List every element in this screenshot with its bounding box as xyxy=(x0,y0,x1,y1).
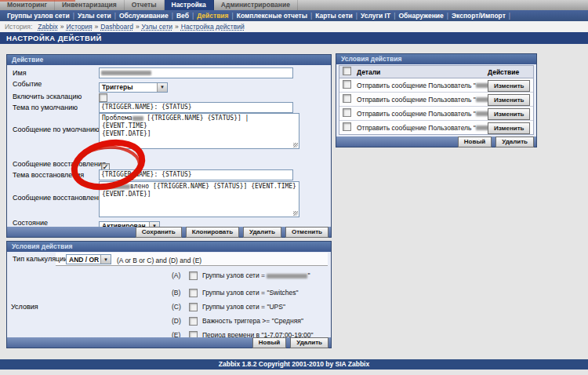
default-message-textarea[interactable]: Проблема [{TRIGGER.NAME} {STATUS}] | {EV… xyxy=(99,113,299,149)
breadcrumb-link-zabbix[interactable]: Zabbix xyxy=(38,23,58,31)
redacted-text xyxy=(102,184,130,189)
breadcrumb-link-history[interactable]: История xyxy=(67,23,93,31)
redacted-user xyxy=(476,126,488,130)
redacted-user xyxy=(476,83,488,88)
condition-letter: (A) xyxy=(172,271,184,279)
conditions-group-label: Условия xyxy=(11,303,38,311)
recovery-message-textarea[interactable]: влено [{TRIGGER.NAME} {STATUS}] {EVENT.T… xyxy=(99,181,299,217)
recovery-message-label: Сообщение восстановления xyxy=(13,160,106,168)
breadcrumb-prefix: История: xyxy=(5,23,32,31)
sub-menu: Группы узлов сети| Узлы сети| Обслуживан… xyxy=(0,10,588,21)
tab-configuration[interactable]: Настройка xyxy=(165,0,214,10)
main-menu: Мониторинг Инвентаризация Отчеты Настрой… xyxy=(0,0,588,10)
breadcrumb-separator: » xyxy=(136,23,140,31)
escalation-checkbox[interactable] xyxy=(99,93,107,102)
chevron-down-icon: ▼ xyxy=(157,83,167,92)
cancel-button[interactable]: Отменить xyxy=(285,227,328,238)
calc-type-value: AND / OR xyxy=(69,256,99,264)
conditions-panel: Условия действия Тип калькуляции AND / O… xyxy=(6,241,332,348)
edit-button[interactable]: Изменить xyxy=(488,122,530,134)
condition-text: Важность триггера >= "Средняя" xyxy=(202,317,303,325)
submenu-hosts[interactable]: Узлы сети xyxy=(74,12,114,20)
submenu-maps[interactable]: Карты сети xyxy=(312,12,356,20)
edit-button[interactable]: Изменить xyxy=(488,94,530,106)
submenu-export-import[interactable]: Экспорт/Импорт xyxy=(448,12,509,20)
name-input[interactable] xyxy=(99,67,293,78)
operation-text: Отправить сообщение Пользователь " xyxy=(357,124,476,132)
recovery-message-body-label: Сообщение восстановления xyxy=(13,194,106,202)
delete-button[interactable]: Удалить xyxy=(243,227,281,238)
action-panel: Действие Имя Событие Триггеры ▼ Включить… xyxy=(6,54,332,238)
calc-type-label: Тип калькуляции xyxy=(13,255,67,263)
breadcrumb-link-hosts[interactable]: Узлы сети xyxy=(142,23,173,31)
name-label: Имя xyxy=(13,69,27,77)
copyright-footer: Zabbix 1.8.2 Copyright 2001-2010 by SIA … xyxy=(0,359,588,370)
condition-checkbox-b[interactable] xyxy=(189,289,198,297)
operation-text: Отправить сообщение Пользователь " xyxy=(357,96,476,104)
operation-delete-button[interactable]: Удалить xyxy=(495,137,534,147)
breadcrumb-link-dashboard[interactable]: Dashboard xyxy=(100,23,133,31)
operation-checkbox[interactable] xyxy=(343,94,351,103)
save-button[interactable]: Сохранить xyxy=(136,227,182,238)
operations-table: Детали Действие Отправить сообщение Поль… xyxy=(339,65,534,135)
recovery-subject-input[interactable]: {TRIGGER.NAME}: {STATUS} xyxy=(99,169,293,180)
breadcrumb-separator: » xyxy=(60,23,64,31)
condition-text: Группы узлов сети = "UPS" xyxy=(202,303,285,311)
resize-grip-icon xyxy=(293,211,298,216)
breadcrumb-separator: » xyxy=(95,23,99,31)
details-column-header: Детали xyxy=(357,68,488,76)
condition-text-post: " xyxy=(307,271,310,279)
recovery-text-line2: {EVENT.DATE}] xyxy=(102,191,151,198)
condition-checkbox-c[interactable] xyxy=(189,303,198,311)
condition-row-a: (A) Группы узлов сети = " xyxy=(172,270,310,281)
condition-letter: (D) xyxy=(172,317,184,325)
condition-letter: (B) xyxy=(172,289,184,297)
operation-text: Отправить сообщение Пользователь " xyxy=(357,82,476,89)
clone-button[interactable]: Клонировать xyxy=(186,227,239,238)
operation-checkbox[interactable] xyxy=(343,108,351,117)
action-panel-title: Действие xyxy=(7,55,331,65)
edit-button[interactable]: Изменить xyxy=(488,108,530,120)
operations-panel: Условия действия Детали Действие Отправи… xyxy=(336,53,537,147)
tab-reports[interactable]: Отчеты xyxy=(125,0,165,10)
recovery-text-mid: влено [{TRIGGER.NAME} {STATUS}] {EVENT.T… xyxy=(130,183,296,190)
resize-grip-icon xyxy=(293,143,298,147)
submenu-maintenance[interactable]: Обслуживание xyxy=(116,12,172,20)
calc-formula: (A or B or C) and (D) and (E) xyxy=(117,257,201,264)
operation-checkbox[interactable] xyxy=(343,122,351,131)
submenu-hostgroups[interactable]: Группы узлов сети xyxy=(4,12,73,20)
condition-row-b: (B) Группы узлов сети = "Switches" xyxy=(172,287,298,298)
escalation-label: Включить эскалацию xyxy=(13,93,82,100)
breadcrumb-separator: » xyxy=(175,23,179,31)
condition-letter: (C) xyxy=(172,303,184,311)
submenu-itservices[interactable]: Услуги IT xyxy=(358,12,394,20)
zabbix-page: Мониторинг Инвентаризация Отчеты Настрой… xyxy=(0,0,588,375)
submenu-discovery[interactable]: Обнаружение xyxy=(395,12,446,20)
operations-table-header: Детали Действие xyxy=(339,66,533,78)
breadcrumb-link-actions[interactable]: Настройка действий xyxy=(181,23,245,31)
default-subject-label: Тема по умолчанию xyxy=(13,104,78,111)
tab-administration[interactable]: Администрирование xyxy=(214,0,298,10)
operation-row: Отправить сообщение Пользователь "" Изме… xyxy=(339,107,533,121)
operation-row: Отправить сообщение Пользователь "" Изме… xyxy=(339,78,533,93)
edit-button[interactable]: Изменить xyxy=(488,80,530,92)
select-all-checkbox[interactable] xyxy=(343,67,351,75)
condition-new-button[interactable]: Новый xyxy=(252,337,286,348)
operation-new-button[interactable]: Новый xyxy=(458,137,492,147)
calc-type-select[interactable]: AND / OR ▼ xyxy=(66,254,111,264)
operations-panel-footer: Новый Удалить xyxy=(336,137,536,147)
separator: | xyxy=(509,12,510,20)
default-message-label: Сообщение по умолчанию xyxy=(13,126,100,133)
chevron-down-icon: ▼ xyxy=(100,255,111,264)
condition-row-c: (C) Группы узлов сети = "UPS" xyxy=(172,301,285,312)
operation-checkbox[interactable] xyxy=(343,80,351,89)
top-red-line xyxy=(0,0,75,2)
condition-delete-button[interactable]: Удалить xyxy=(290,337,328,348)
condition-checkbox-d[interactable] xyxy=(189,317,198,326)
message-text-line2: {EVENT.DATE}] xyxy=(102,130,151,137)
submenu-actions[interactable]: Действия xyxy=(194,12,231,20)
default-subject-input[interactable]: {TRIGGER.NAME}: {STATUS} xyxy=(99,102,293,113)
submenu-web[interactable]: Веб xyxy=(173,12,192,20)
condition-checkbox-a[interactable] xyxy=(189,271,198,280)
submenu-screens[interactable]: Комплексные отчеты xyxy=(234,12,310,20)
